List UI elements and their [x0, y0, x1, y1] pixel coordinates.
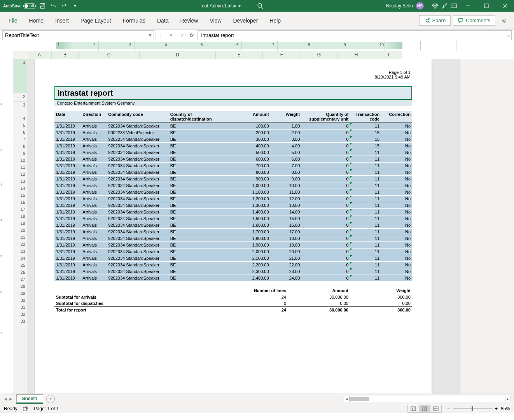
table-row[interactable]: 1/31/2019Arrivals9002233 VideoProjectorB… — [54, 130, 412, 136]
row-header-4[interactable]: 4 — [13, 115, 27, 122]
table-row[interactable]: 1/31/2019Arrivals9202034 StandardSpeaker… — [54, 176, 412, 182]
minimize-button[interactable] — [459, 0, 477, 12]
table-row[interactable]: 1/31/2019Arrivals9202034 StandardSpeaker… — [54, 222, 412, 229]
row-header-26[interactable]: 26 — [13, 269, 27, 276]
help-smiley-icon[interactable]: ☺ — [498, 15, 511, 26]
view-normal-button[interactable] — [407, 405, 419, 413]
table-row[interactable]: 1/31/2019Arrivals9202034 StandardSpeaker… — [54, 156, 412, 163]
row-header-20[interactable]: 20 — [13, 227, 27, 234]
row-header-31[interactable]: 31 — [13, 304, 27, 311]
summary-row[interactable]: Subtotal for dispatches00.000.00 — [54, 300, 412, 307]
row-header-18[interactable]: 18 — [13, 213, 27, 220]
tab-home[interactable]: Home — [24, 14, 49, 27]
table-row[interactable]: 1/31/2019Arrivals9202034 StandardSpeaker… — [54, 189, 412, 196]
table-header[interactable]: Date — [54, 111, 81, 123]
row-header-8[interactable]: 8 — [13, 143, 27, 150]
col-header-F[interactable]: F — [263, 51, 301, 59]
table-row[interactable]: 1/31/2019Arrivals9202034 StandardSpeaker… — [54, 275, 412, 282]
tab-review[interactable]: Review — [175, 14, 204, 27]
maximize-button[interactable] — [477, 0, 495, 12]
redo-icon[interactable] — [60, 2, 68, 10]
table-header[interactable]: Weight — [271, 111, 302, 123]
tab-file[interactable]: File — [3, 14, 23, 27]
zoom-level[interactable]: 85% — [501, 406, 510, 411]
table-row[interactable]: 1/31/2019Arrivals9202034 StandardSpeaker… — [54, 123, 412, 130]
username[interactable]: Nikolay Selin — [386, 3, 413, 9]
table-row[interactable]: 1/31/2019Arrivals9202034 StandardSpeaker… — [54, 268, 412, 275]
table-row[interactable]: 1/31/2019Arrivals9202034 StandardSpeaker… — [54, 262, 412, 268]
row-header-29[interactable]: 29 — [13, 290, 27, 297]
vertical-ruler[interactable]: 1 2 3 4 5 6 7 — [0, 59, 13, 394]
table-row[interactable]: 1/31/2019Arrivals9202034 StandardSpeaker… — [54, 255, 412, 262]
tab-formulas[interactable]: Formulas — [117, 14, 151, 27]
comments-button[interactable]: Comments — [453, 15, 495, 26]
row-header-22[interactable]: 22 — [13, 241, 27, 248]
share-button[interactable]: Share — [419, 15, 451, 26]
horizontal-ruler[interactable]: 12345678910 — [27, 41, 460, 51]
row-header-2[interactable]: 2 — [13, 93, 27, 102]
row-header-3[interactable]: 3 — [13, 102, 27, 115]
table-row[interactable]: 1/31/2019Arrivals9202034 StandardSpeaker… — [54, 149, 412, 156]
document-title[interactable]: out.Admin.1.xlsx — [202, 3, 236, 9]
table-header[interactable]: Country of dispatch/destination — [169, 111, 235, 123]
sheet-tab-sheet1[interactable]: Sheet1 — [16, 394, 43, 404]
save-icon[interactable] — [38, 2, 47, 10]
zoom-slider[interactable] — [453, 408, 492, 409]
row-header-23[interactable]: 23 — [13, 248, 27, 255]
col-header-C[interactable]: C — [79, 51, 140, 59]
user-avatar[interactable]: NS — [416, 2, 424, 10]
diamond-icon[interactable] — [431, 2, 439, 10]
col-header-D[interactable]: D — [140, 51, 216, 59]
row-header-15[interactable]: 15 — [13, 192, 27, 199]
row-header-1[interactable]: 1 — [13, 59, 27, 93]
row-header-24[interactable]: 24 — [13, 255, 27, 262]
brush-icon[interactable] — [440, 2, 449, 10]
col-header-E[interactable]: E — [216, 51, 263, 59]
table-header[interactable]: Correction — [381, 111, 412, 123]
row-header-30[interactable]: 30 — [13, 297, 27, 304]
tab-split-handle[interactable]: ⋮ — [337, 396, 341, 402]
row-header-21[interactable]: 21 — [13, 234, 27, 241]
summary-row[interactable]: Subtotal for arrivals2430,000.00300.00 — [54, 294, 412, 300]
tab-data[interactable]: Data — [152, 14, 174, 27]
table-row[interactable]: 1/31/2019Arrivals9202034 StandardSpeaker… — [54, 229, 412, 235]
report-title-cell[interactable]: Intrastat report — [54, 86, 412, 100]
row-header-17[interactable]: 17 — [13, 206, 27, 213]
col-header-B[interactable]: B — [52, 51, 79, 59]
table-row[interactable]: 1/31/2019Arrivals9202034 StandardSpeaker… — [54, 209, 412, 215]
row-header-7[interactable]: 7 — [13, 136, 27, 143]
sheet-nav-next-icon[interactable]: ► — [9, 396, 13, 402]
row-header-12[interactable]: 12 — [13, 171, 27, 178]
table-row[interactable]: 1/31/2019Arrivals9202034 StandardSpeaker… — [54, 248, 412, 255]
row-header-9[interactable]: 9 — [13, 150, 27, 157]
summary-row[interactable]: Total for report2430,000.00300.00 — [54, 307, 412, 313]
table-row[interactable]: 1/31/2019Arrivals9202034 StandardSpeaker… — [54, 169, 412, 176]
qat-customize-icon[interactable]: ▾ — [71, 2, 79, 10]
table-row[interactable]: 1/31/2019Arrivals9202034 StandardSpeaker… — [54, 143, 412, 149]
undo-icon[interactable] — [49, 2, 58, 10]
table-row[interactable]: 1/31/2019Arrivals9202034 StandardSpeaker… — [54, 163, 412, 169]
table-header[interactable]: Direction — [81, 111, 107, 123]
table-row[interactable]: 1/31/2019Arrivals9202034 StandardSpeaker… — [54, 196, 412, 202]
table-row[interactable]: 1/31/2019Arrivals9202034 StandardSpeaker… — [54, 235, 412, 242]
table-row[interactable]: 1/31/2019Arrivals9202034 StandardSpeaker… — [54, 202, 412, 209]
table-header[interactable]: Transaction code — [350, 111, 381, 123]
cancel-formula-icon[interactable]: ✕ — [166, 30, 177, 41]
zoom-out-button[interactable]: − — [447, 406, 450, 411]
table-row[interactable]: 1/31/2019Arrivals9202034 StandardSpeaker… — [54, 182, 412, 189]
view-page-layout-button[interactable] — [419, 405, 430, 413]
ribbon-display-icon[interactable] — [449, 2, 458, 10]
fx-icon[interactable]: fx — [187, 30, 196, 41]
view-page-break-button[interactable] — [430, 405, 442, 413]
row-header-13[interactable]: 13 — [13, 178, 27, 185]
macro-record-icon[interactable] — [23, 406, 28, 411]
table-header[interactable]: Quantity of supplementary unit — [301, 111, 350, 123]
table-header[interactable]: Commodity code — [107, 111, 168, 123]
horizontal-scrollbar[interactable]: ◄► — [344, 396, 511, 402]
tab-help[interactable]: Help — [264, 14, 286, 27]
tab-page-layout[interactable]: Page Layout — [75, 14, 117, 27]
table-row[interactable]: 1/31/2019Arrivals9202034 StandardSpeaker… — [54, 215, 412, 222]
row-header-14[interactable]: 14 — [13, 185, 27, 192]
select-all-corner[interactable] — [13, 51, 27, 59]
zoom-in-button[interactable]: + — [495, 406, 498, 411]
